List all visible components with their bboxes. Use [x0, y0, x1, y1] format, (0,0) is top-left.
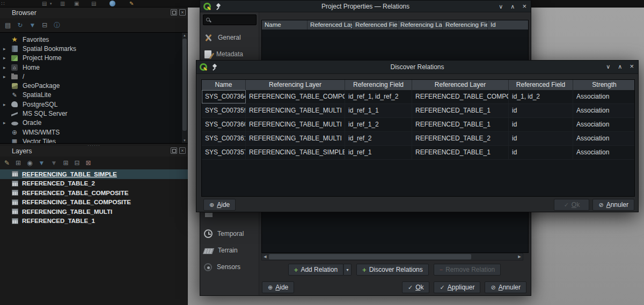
table-cell[interactable]: REFERENCING_TABLE_SIMPLE: [246, 146, 345, 159]
tree-item-root[interactable]: ▸ /: [0, 72, 188, 81]
help-button[interactable]: ⊕ Aide: [203, 199, 236, 211]
sidebar-item-temporal[interactable]: Temporal: [200, 228, 259, 240]
table-row[interactable]: SYS_C007361 REFERENCING_TABLE_MULTI id_r…: [202, 132, 634, 146]
toolbar-button-icon[interactable]: ▣: [74, 0, 79, 8]
column-header[interactable]: Referenced Layer: [308, 20, 353, 29]
shade-window-icon[interactable]: ∨: [606, 61, 610, 72]
table-row[interactable]: SYS_C007360 REFERENCING_TABLE_MULTI id_r…: [202, 118, 634, 132]
column-header[interactable]: Referenced Field: [509, 80, 573, 90]
ok-button[interactable]: ✓ Ok: [402, 281, 430, 293]
table-cell[interactable]: SYS_C007361: [202, 132, 246, 145]
expand-all-icon[interactable]: ⊞: [63, 159, 68, 167]
expand-arrow-icon[interactable]: ▸: [3, 55, 6, 61]
filter-expression-icon[interactable]: ▼: [51, 159, 57, 167]
table-cell[interactable]: id_ref_2: [345, 132, 412, 145]
ok-button[interactable]: ✓ Ok: [554, 199, 589, 211]
table-cell[interactable]: id_ref_1, id_ref_2: [345, 90, 412, 103]
expand-arrow-icon[interactable]: ▸: [3, 65, 6, 70]
manage-visibility-icon[interactable]: ◉: [27, 159, 32, 167]
toolbar-pen-icon[interactable]: ✎: [129, 0, 134, 8]
column-header[interactable]: Referencing Field: [443, 20, 488, 29]
table-row[interactable]: SYS_C007359 REFERENCING_TABLE_MULTI id_r…: [202, 104, 634, 118]
table-cell[interactable]: REFERENCING_TABLE_MULTI: [246, 132, 345, 145]
scroll-up-icon[interactable]: ▲: [182, 33, 187, 38]
tree-item-geopackage[interactable]: GeoPackage: [0, 81, 188, 90]
sidebar-item-sensors[interactable]: Sensors: [200, 261, 259, 273]
table-cell[interactable]: REFERENCING_TABLE_COMPOSITE: [246, 90, 345, 103]
add-relation-button[interactable]: + Add Relation: [288, 264, 343, 276]
remove-relation-button[interactable]: − Remove Relation: [434, 264, 501, 276]
table-cell[interactable]: Association: [573, 146, 635, 159]
toolbar-dropdown-icon[interactable]: ▾: [50, 0, 52, 8]
column-header[interactable]: Name: [262, 20, 308, 29]
tree-item-home[interactable]: ▸ ⌂ Home: [0, 63, 188, 72]
collapse-all-layers-icon[interactable]: ⊟: [74, 159, 79, 167]
layers-float-icon[interactable]: [171, 147, 177, 154]
layer-item[interactable]: REFERENCED_TABLE_1: [0, 217, 188, 226]
table-cell[interactable]: SYS_C007357: [202, 146, 246, 159]
scrollbar-thumb[interactable]: [182, 39, 187, 131]
sidebar-item-terrain[interactable]: Terrain: [200, 244, 259, 256]
collapse-all-icon[interactable]: ⊟: [42, 21, 47, 29]
expand-arrow-icon[interactable]: ▸: [3, 46, 6, 51]
expand-arrow-icon[interactable]: ▸: [3, 120, 6, 125]
column-header[interactable]: Referenced Field: [353, 20, 398, 29]
table-cell[interactable]: SYS_C007364: [202, 90, 246, 103]
tree-item-favorites[interactable]: ★ Favorites: [0, 35, 188, 44]
table-cell[interactable]: id: [509, 146, 573, 159]
close-window-icon[interactable]: ×: [522, 1, 526, 12]
layer-item[interactable]: REFERENCED_TABLE_2: [0, 179, 188, 189]
refresh-icon[interactable]: ↻: [17, 21, 23, 29]
table-cell[interactable]: SYS_C007359: [202, 104, 246, 117]
browser-scrollbar[interactable]: ▲ ▼: [182, 33, 187, 143]
tree-item-postgresql[interactable]: ▸ PostgreSQL: [0, 100, 188, 109]
add-relation-dropdown[interactable]: ▾: [343, 264, 352, 276]
layer-item[interactable]: REFERENCING_TABLE_MULTI: [0, 207, 188, 217]
tree-item-spatial-bookmarks[interactable]: ▸ Spatial Bookmarks: [0, 44, 188, 53]
search-input[interactable]: [203, 14, 257, 25]
table-row[interactable]: SYS_C007357 REFERENCING_TABLE_SIMPLE id_…: [202, 146, 634, 160]
tree-item-mssql[interactable]: MS SQL Server: [0, 109, 188, 118]
table-cell[interactable]: REFERENCING_TABLE_MULTI: [246, 118, 345, 131]
tree-item-spatialite[interactable]: ✎ SpatiaLite: [0, 91, 188, 100]
table-cell[interactable]: id: [509, 118, 573, 131]
tree-item-project-home[interactable]: ▸ Project Home: [0, 54, 188, 63]
scrollbar-thumb[interactable]: [269, 254, 471, 259]
toolbar-button-icon[interactable]: ▥: [60, 0, 65, 8]
column-header[interactable]: Referencing Layer: [246, 80, 345, 90]
cancel-button[interactable]: ⊘ Annuler: [485, 281, 526, 293]
layer-item[interactable]: REFERENCED_TABLE_COMPOSITE: [0, 188, 188, 198]
unshade-window-icon[interactable]: ∧: [510, 1, 515, 12]
layers-close-icon[interactable]: ×: [179, 147, 186, 154]
table-cell[interactable]: REFERENCED_TABLE_1: [412, 118, 509, 131]
properties-info-icon[interactable]: ⓘ: [54, 21, 60, 30]
scroll-down-icon[interactable]: ▼: [182, 138, 187, 143]
table-cell[interactable]: Association: [573, 132, 635, 145]
style-manager-icon[interactable]: ✎: [4, 159, 10, 167]
scroll-left-icon[interactable]: ◀: [262, 254, 268, 260]
discover-relations-titlebar[interactable]: Discover Relations ∨ ∧ ×: [196, 61, 638, 74]
filter-legend-icon[interactable]: ▼: [39, 159, 45, 167]
shade-window-icon[interactable]: ∨: [499, 1, 503, 12]
tree-item-wms[interactable]: ⊕ WMS/WMTS: [0, 128, 188, 137]
close-window-icon[interactable]: ×: [630, 61, 634, 72]
sidebar-item-metadata[interactable]: Metadata: [200, 48, 259, 60]
browser-close-icon[interactable]: ×: [179, 9, 186, 16]
table-cell[interactable]: SYS_C007360: [202, 118, 246, 131]
column-header[interactable]: Strength: [573, 80, 635, 90]
add-group-icon[interactable]: ⊞: [16, 159, 21, 167]
expand-arrow-icon[interactable]: ▸: [3, 74, 6, 79]
unshade-window-icon[interactable]: ∧: [618, 61, 622, 72]
column-header[interactable]: Id: [488, 20, 528, 29]
table-cell[interactable]: id_ref_1_1: [345, 104, 412, 117]
table-cell[interactable]: Association: [573, 104, 635, 117]
scroll-right-icon[interactable]: ▶: [516, 254, 523, 260]
table-cell[interactable]: REFERENCING_TABLE_MULTI: [246, 104, 345, 117]
table-cell[interactable]: REFERENCED_TABLE_1: [412, 146, 509, 159]
layer-item[interactable]: REFERENCING_TABLE_SIMPLE: [0, 169, 188, 179]
table-cell[interactable]: id: [509, 104, 573, 117]
table-cell[interactable]: id_ref_1: [345, 146, 412, 159]
table-cell[interactable]: id_1, id_2: [509, 90, 573, 103]
table-cell[interactable]: id_ref_1_2: [345, 118, 412, 131]
filter-browser-icon[interactable]: ▼: [29, 21, 35, 29]
